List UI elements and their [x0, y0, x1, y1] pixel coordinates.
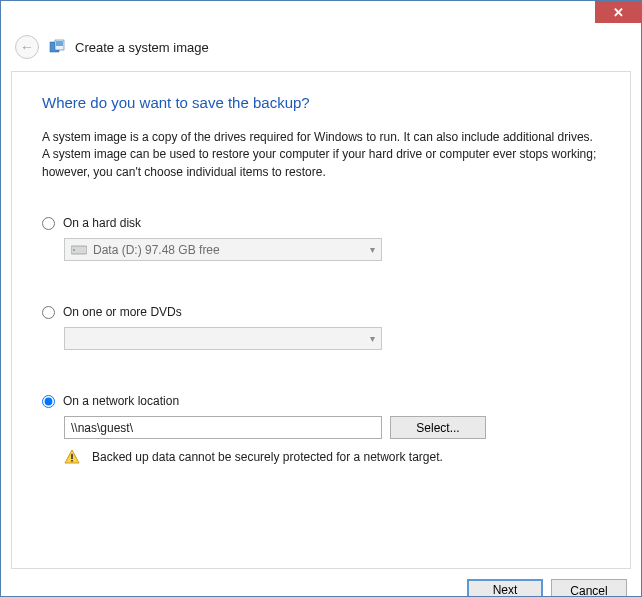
option-hard-disk: On a hard disk Data (D:) 97.48 GB free ▾ [42, 216, 600, 261]
heading: Where do you want to save the backup? [42, 94, 600, 111]
header: ← Create a system image [1, 29, 641, 71]
description: A system image is a copy of the drives r… [42, 129, 600, 181]
hard-disk-combo[interactable]: Data (D:) 97.48 GB free ▾ [64, 238, 382, 261]
dvd-combo[interactable]: ▾ [64, 327, 382, 350]
option-dvd: On one or more DVDs ▾ [42, 305, 600, 350]
svg-point-4 [73, 249, 75, 251]
radio-dvd-label: On one or more DVDs [63, 305, 182, 319]
svg-rect-2 [56, 41, 63, 46]
radio-network[interactable] [42, 395, 55, 408]
radio-hard-disk[interactable] [42, 217, 55, 230]
network-path-input[interactable] [64, 416, 382, 439]
radio-hard-disk-label: On a hard disk [63, 216, 141, 230]
chevron-down-icon: ▾ [370, 244, 375, 255]
drive-icon [71, 244, 87, 256]
titlebar: ✕ [1, 1, 641, 29]
system-image-icon [49, 39, 65, 55]
radio-dvd[interactable] [42, 306, 55, 319]
warning-icon [64, 449, 80, 465]
select-button[interactable]: Select... [390, 416, 486, 439]
content-panel: Where do you want to save the backup? A … [11, 71, 631, 569]
close-icon: ✕ [613, 5, 624, 20]
page-title: Create a system image [75, 40, 209, 55]
hard-disk-combo-value: Data (D:) 97.48 GB free [93, 243, 220, 257]
svg-rect-7 [71, 460, 73, 462]
back-button[interactable]: ← [15, 35, 39, 59]
cancel-button[interactable]: Cancel [551, 579, 627, 597]
next-button[interactable]: Next [467, 579, 543, 597]
network-warning-text: Backed up data cannot be securely protec… [92, 450, 443, 464]
radio-network-label: On a network location [63, 394, 179, 408]
svg-rect-6 [71, 454, 73, 459]
option-network: On a network location Select... Backed u… [42, 394, 600, 465]
footer: Next Cancel [1, 569, 641, 597]
back-arrow-icon: ← [20, 40, 34, 54]
chevron-down-icon: ▾ [370, 333, 375, 344]
close-button[interactable]: ✕ [595, 1, 641, 23]
